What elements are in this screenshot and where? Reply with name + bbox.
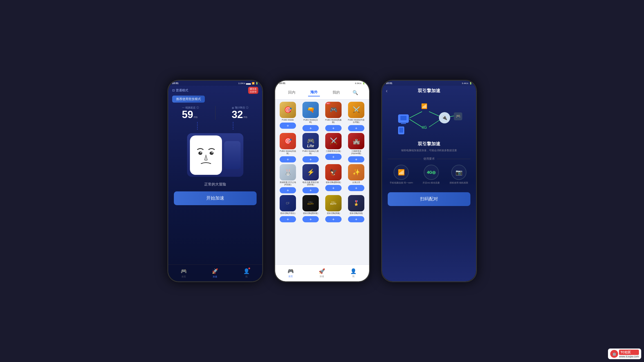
watermark-url: www.tcsqw.com xyxy=(619,355,639,358)
phone2-nav-boost[interactable]: 🚀 加速 xyxy=(319,268,325,278)
lite-text: LIte xyxy=(307,144,314,148)
side-game-image xyxy=(224,141,240,169)
add-btn-5[interactable]: + xyxy=(302,156,319,162)
svg-rect-22 xyxy=(399,128,403,133)
duty2-text: DUTY xyxy=(330,203,336,205)
camera-req-icon: 📷 xyxy=(455,169,463,176)
4g-req-icon: 4G◎ xyxy=(427,170,436,175)
boost-badge[interactable]: 赚加速 抗疫情 xyxy=(248,87,258,94)
req-item-camera: 📷 授权使用 相机权限 xyxy=(450,165,468,184)
game-icon-rabbit: 🐰 xyxy=(280,164,296,180)
game-label-4: PUBG Mobile(对战版) xyxy=(279,150,296,155)
cod2-text-wrap: CALL DUTY xyxy=(330,201,336,205)
add-btn-2[interactable]: + xyxy=(325,125,342,131)
phone2-boost-icon: 🚀 xyxy=(319,268,325,274)
divider-left xyxy=(388,159,421,159)
phone3-status-bar: 10:01 9.4K/s 🔋 xyxy=(382,81,476,86)
add-btn-11[interactable]: + xyxy=(348,185,364,191)
start-boost-btn[interactable]: 开始加速 xyxy=(174,191,257,205)
add-btn-9[interactable]: + xyxy=(302,187,319,193)
add-btn-14[interactable]: + xyxy=(325,216,342,222)
add-btn-7[interactable]: + xyxy=(348,156,364,162)
game-label-8: 英雄联盟:开天之地(对战版) xyxy=(279,181,296,186)
tab-overseas[interactable]: 海外 xyxy=(308,89,320,96)
add-btn-1[interactable]: + xyxy=(302,125,319,131)
svg-rect-13 xyxy=(400,116,407,120)
nav-item-me[interactable]: 👤 我 xyxy=(243,268,250,278)
queue-value: 32 xyxy=(232,110,243,120)
game-grid-scroll[interactable]: 🎯 PUBG Mobile + 🔫 PUBG Mobile(日韩) + 🎮 HO… xyxy=(275,99,369,257)
phone2-nav-home-label: 首页 xyxy=(288,275,293,278)
compete-btn[interactable]: 推荐使用竞技模式 xyxy=(172,96,205,103)
nav-item-home[interactable]: 🎮 首页 xyxy=(181,268,187,278)
svg-point-4 xyxy=(210,151,214,155)
dual-engine-desc: 辅助电脑端加速器加速，可能会消耗较多数据流量 xyxy=(382,149,476,152)
game-cell-7: 🏰 三国群英传(mycard版) + xyxy=(346,133,367,162)
sanguo-emoji: ⚔️ xyxy=(330,137,337,145)
req-circle-4g: 4G◎ xyxy=(424,165,439,180)
phone1-status-bar: 10:01 113K/s ▄▄▄ 📶 🔋 xyxy=(168,81,262,86)
add-btn-13[interactable]: + xyxy=(302,216,319,222)
nav-item-boost[interactable]: 🚀 加速 xyxy=(212,268,218,278)
add-btn-4[interactable]: + xyxy=(280,156,296,162)
nav-home-icon-wrap: 🎮 xyxy=(181,268,187,274)
mode-label: ⊡ 普通模式 xyxy=(172,88,188,92)
add-btn-6[interactable]: + xyxy=(325,154,342,160)
avatar-box xyxy=(190,135,222,175)
sanguo2-emoji: 🏰 xyxy=(353,137,360,145)
scan-btn[interactable]: 扫码配对 xyxy=(388,192,470,206)
rabbit-emoji: 🐰 xyxy=(284,169,292,176)
game-cell-5: 🎮 LIte PUBG Mobile(儿童版) + xyxy=(300,133,321,162)
avatar-face-svg xyxy=(190,140,221,171)
add-btn-0[interactable]: + xyxy=(280,123,296,129)
phone1-header: ⊡ 普通模式 赚加速 抗疫情 xyxy=(168,86,262,96)
tab-mine[interactable]: 我的 xyxy=(330,89,342,96)
divider-text: 使用要求 xyxy=(423,157,435,161)
tab-domestic[interactable]: 回内 xyxy=(286,89,298,96)
phone2-nav-me-label: 我 xyxy=(352,275,354,278)
anime-emoji: ⚡ xyxy=(307,169,315,176)
game-icon-cod2: CALL DUTY xyxy=(325,195,342,211)
nav-me-label: 我 xyxy=(245,275,248,278)
duty-text: DUTY xyxy=(308,203,314,205)
add-btn-15[interactable]: + xyxy=(348,216,364,222)
phone2-nav-home[interactable]: 🎮 首页 xyxy=(288,268,294,278)
add-btn-10[interactable]: + xyxy=(325,185,342,191)
phone2-status-bar: 10:01 8.9K/s 🔋 xyxy=(275,81,369,86)
pubg2-emoji: 🔫 xyxy=(307,106,315,114)
phone3-signal-text: 9.4K/s xyxy=(462,82,468,85)
watermark-avatar: 🤖 xyxy=(610,350,618,358)
game-icon-sanguo: ⚔️ xyxy=(325,133,342,149)
game-cell-13: CALL DUTY 使命召唤(图际版) + xyxy=(300,195,321,222)
search-icon[interactable]: 🔍 xyxy=(353,90,358,95)
wifi-req-icon: 📶 xyxy=(398,169,405,176)
latency-value: 59 xyxy=(182,110,193,120)
hot-badge: HOT xyxy=(326,102,331,105)
game-icon-colorful: 🦅 xyxy=(325,164,342,180)
pubg3-emoji: 🎮 xyxy=(330,106,337,114)
divider-row: 使用要求 xyxy=(388,157,470,161)
svg-line-8 xyxy=(409,119,422,127)
req-item-4g: 4G◎ 开启4G 移动流量 xyxy=(423,165,440,184)
phone3-status-icons: 9.4K/s 🔋 xyxy=(462,82,472,85)
game-label-3: PUBG Mobile(中国台湾版) xyxy=(348,119,365,124)
game-label-10: 使命召唤(图际版) xyxy=(326,181,341,184)
game-label-11: 云漠之音 xyxy=(352,181,360,184)
game-icon-pubg4: ⚔️ xyxy=(348,102,364,118)
svg-point-5 xyxy=(200,152,201,153)
req-item-wifi: 📶 手机电脑连接 同一WIFI xyxy=(390,165,413,184)
phone2-nav-me[interactable]: 👤 我 xyxy=(350,268,356,278)
add-btn-8[interactable]: + xyxy=(280,187,296,193)
phone3-screen: 10:01 9.4K/s 🔋 ‹ 双引擎加速 xyxy=(382,81,476,281)
game-icon-sanguo2: 🏰 xyxy=(348,133,364,149)
game-icon-cf: CF xyxy=(280,195,296,211)
stat-divider xyxy=(215,106,216,120)
back-btn[interactable]: ‹ xyxy=(386,88,388,94)
game-cell-11: ✨ 云漠之音 + xyxy=(346,164,367,194)
game-label-0: PUBG Mobile xyxy=(282,119,294,121)
game-name: 正常的大冒险 xyxy=(168,180,262,189)
add-btn-12[interactable]: + xyxy=(280,216,296,222)
add-btn-3[interactable]: + xyxy=(348,125,364,131)
colorful-emoji: 🦅 xyxy=(330,169,337,176)
game-icon-pubg6: 🎮 LIte xyxy=(302,133,319,149)
